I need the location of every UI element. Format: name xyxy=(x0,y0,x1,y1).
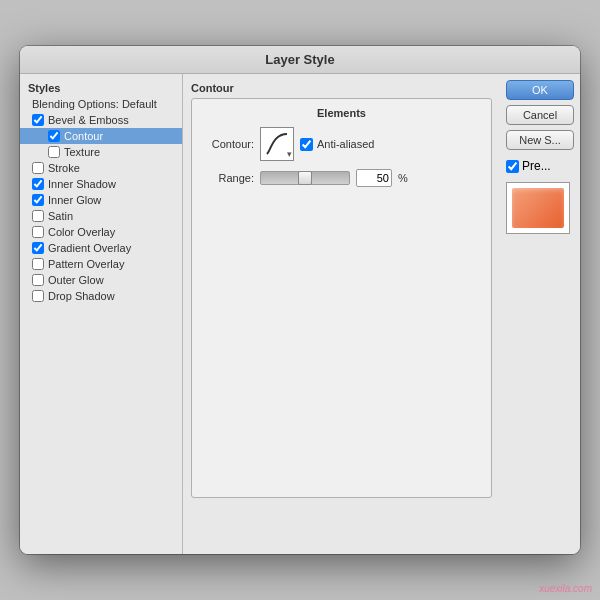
inner-glow-checkbox[interactable] xyxy=(32,194,44,206)
satin-label: Satin xyxy=(48,210,73,222)
stroke-checkbox[interactable] xyxy=(32,162,44,174)
range-slider[interactable] xyxy=(260,171,350,185)
sidebar-item-satin[interactable]: Satin xyxy=(20,208,182,224)
gradient-overlay-checkbox[interactable] xyxy=(32,242,44,254)
pattern-overlay-label: Pattern Overlay xyxy=(48,258,124,270)
right-panel: OK Cancel New S... Pre... xyxy=(500,74,580,554)
texture-checkbox[interactable] xyxy=(48,146,60,158)
preview-label: Pre... xyxy=(522,159,551,173)
sidebar-item-outer-glow[interactable]: Outer Glow xyxy=(20,272,182,288)
sidebar-item-inner-glow[interactable]: Inner Glow xyxy=(20,192,182,208)
sidebar-item-inner-shadow[interactable]: Inner Shadow xyxy=(20,176,182,192)
contour-label: Contour xyxy=(64,130,103,142)
inner-shadow-label: Inner Shadow xyxy=(48,178,116,190)
dialog-title: Layer Style xyxy=(265,52,334,67)
section-box: Elements Contour: ▾ Anti-aliased xyxy=(191,98,492,498)
satin-checkbox[interactable] xyxy=(32,210,44,222)
contour-field-label: Contour: xyxy=(202,138,254,150)
gradient-overlay-label: Gradient Overlay xyxy=(48,242,131,254)
contour-preview-button[interactable]: ▾ xyxy=(260,127,294,161)
sidebar-item-gradient-overlay[interactable]: Gradient Overlay xyxy=(20,240,182,256)
sidebar-item-drop-shadow[interactable]: Drop Shadow xyxy=(20,288,182,304)
percent-sign: % xyxy=(398,172,408,184)
sidebar-item-blending-options[interactable]: Blending Options: Default xyxy=(20,96,182,112)
preview-label-row: Pre... xyxy=(506,159,574,173)
bevel-emboss-checkbox[interactable] xyxy=(32,114,44,126)
anti-aliased-text: Anti-aliased xyxy=(317,138,374,150)
drop-shadow-checkbox[interactable] xyxy=(32,290,44,302)
bevel-emboss-label: Bevel & Emboss xyxy=(48,114,129,126)
outer-glow-label: Outer Glow xyxy=(48,274,104,286)
drop-shadow-label: Drop Shadow xyxy=(48,290,115,302)
subsection-title: Elements xyxy=(202,107,481,119)
styles-header: Styles xyxy=(20,78,182,96)
outer-glow-checkbox[interactable] xyxy=(32,274,44,286)
contour-checkbox[interactable] xyxy=(48,130,60,142)
sidebar-item-bevel-emboss[interactable]: Bevel & Emboss xyxy=(20,112,182,128)
pattern-overlay-checkbox[interactable] xyxy=(32,258,44,270)
dialog-body: Styles Blending Options: Default Bevel &… xyxy=(20,74,580,554)
preview-checkbox[interactable] xyxy=(506,160,519,173)
blending-options-label: Blending Options: Default xyxy=(32,98,157,110)
range-number-input[interactable] xyxy=(356,169,392,187)
main-content: Contour Elements Contour: ▾ Anti-aliased xyxy=(183,74,500,554)
texture-label: Texture xyxy=(64,146,100,158)
color-overlay-label: Color Overlay xyxy=(48,226,115,238)
color-overlay-checkbox[interactable] xyxy=(32,226,44,238)
range-field-label: Range: xyxy=(202,172,254,184)
preview-image xyxy=(512,188,564,228)
left-panel: Styles Blending Options: Default Bevel &… xyxy=(20,74,183,554)
section-title: Contour xyxy=(191,82,492,94)
contour-arrow-icon: ▾ xyxy=(287,149,292,159)
new-style-button[interactable]: New S... xyxy=(506,130,574,150)
preview-box xyxy=(506,182,570,234)
dialog-title-bar: Layer Style xyxy=(20,46,580,74)
inner-glow-label: Inner Glow xyxy=(48,194,101,206)
stroke-label: Stroke xyxy=(48,162,80,174)
ok-button[interactable]: OK xyxy=(506,80,574,100)
anti-aliased-label[interactable]: Anti-aliased xyxy=(300,138,374,151)
sidebar-item-stroke[interactable]: Stroke xyxy=(20,160,182,176)
inner-shadow-checkbox[interactable] xyxy=(32,178,44,190)
sidebar-item-contour[interactable]: Contour xyxy=(20,128,182,144)
sidebar-item-pattern-overlay[interactable]: Pattern Overlay xyxy=(20,256,182,272)
contour-row: Contour: ▾ Anti-aliased xyxy=(202,127,481,161)
cancel-button[interactable]: Cancel xyxy=(506,105,574,125)
range-row: Range: % xyxy=(202,169,481,187)
sidebar-item-color-overlay[interactable]: Color Overlay xyxy=(20,224,182,240)
layer-style-dialog: Layer Style Styles Blending Options: Def… xyxy=(20,46,580,554)
watermark: xuexila.com xyxy=(539,583,592,594)
anti-aliased-checkbox[interactable] xyxy=(300,138,313,151)
sidebar-item-texture[interactable]: Texture xyxy=(20,144,182,160)
